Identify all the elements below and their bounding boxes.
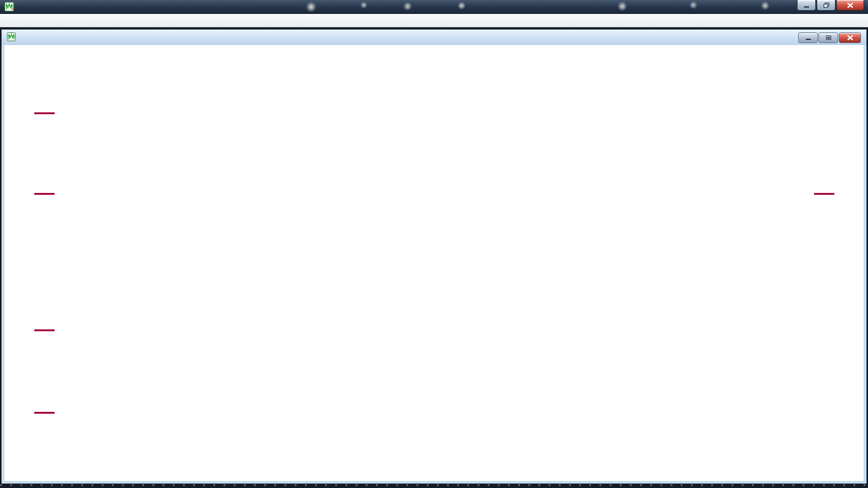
app-icon <box>4 2 14 14</box>
child-minimize-button[interactable] <box>798 32 818 43</box>
child-restore-button[interactable] <box>818 32 838 43</box>
menu-bar <box>0 14 868 27</box>
unloaded-gauge-panel-label <box>799 190 850 195</box>
curvature-legend-swatch <box>34 112 55 114</box>
minimize-button[interactable] <box>797 0 816 11</box>
tie-plan-panel-label <box>16 326 73 331</box>
background-window-strip <box>0 484 868 488</box>
close-button[interactable] <box>836 0 864 11</box>
restore-button[interactable] <box>817 0 836 11</box>
chart-window-icon <box>7 32 16 44</box>
chart-client-area <box>4 45 864 481</box>
loaded-gauge-panel-label <box>16 190 73 195</box>
rangecam-application <box>0 0 868 488</box>
child-close-button[interactable] <box>839 32 861 43</box>
loaded-gauge-legend-swatch <box>34 193 55 195</box>
gwp-legend-swatch <box>34 412 55 414</box>
curvature-panel-label <box>16 109 73 114</box>
chart-window-titlebar[interactable] <box>2 30 866 45</box>
chart-window <box>1 29 867 485</box>
gwp-panel-label <box>16 409 73 414</box>
tie-plan-legend-swatch <box>34 329 55 331</box>
unloaded-gauge-legend-swatch <box>814 193 834 195</box>
main-titlebar[interactable] <box>0 0 868 15</box>
